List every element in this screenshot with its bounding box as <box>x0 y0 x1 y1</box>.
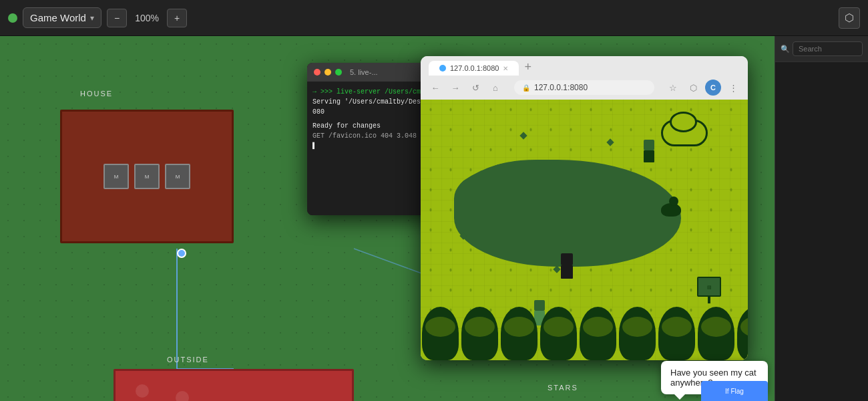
browser-tabs: 127.0.0.1:8080 ✕ + <box>421 56 748 76</box>
address-bar[interactable]: 🔒 127.0.0.1:8080 <box>514 80 654 95</box>
terminal-minimize-dot[interactable] <box>324 69 331 76</box>
status-dot <box>8 13 17 23</box>
main-area: HOUSE M M M OUTSIDE 🐱 STARS <box>0 36 868 401</box>
tree-1 <box>422 307 459 360</box>
toolbar: Game World ▾ − 100% + ⬡ <box>0 0 868 36</box>
more-options-button[interactable]: ⋮ <box>725 80 741 96</box>
new-tab-button[interactable]: + <box>521 60 534 74</box>
outside-label: OUTSIDE <box>167 356 209 364</box>
terminal-close-dot[interactable] <box>314 69 320 76</box>
tree-8 <box>698 307 734 360</box>
house-frame[interactable]: M M M <box>60 110 234 243</box>
terminal-fullscreen-dot[interactable] <box>335 69 342 76</box>
outside-interior: 🐱 <box>116 371 352 401</box>
tree-7 <box>658 307 695 360</box>
outside-frame[interactable]: 🐱 <box>114 369 354 401</box>
browser-toolbar: ← → ↺ ⌂ 🔒 127.0.0.1:8080 ☆ ⬡ C ⋮ <box>421 76 748 100</box>
flag-element[interactable]: If Flag <box>701 381 768 401</box>
tree-2 <box>461 307 498 360</box>
search-bar: 🔍 <box>775 36 868 62</box>
house-item-3: M <box>165 164 190 189</box>
game-canvas: ▤ <box>421 100 748 360</box>
house-item-1: M <box>103 164 129 189</box>
character-npc <box>561 253 573 279</box>
house-item-2: M <box>134 164 160 189</box>
cloud-sprite <box>661 120 708 146</box>
toolbar-right: ⬡ <box>839 7 860 29</box>
outside-detail-2 <box>176 391 189 401</box>
back-button[interactable]: ← <box>427 80 443 96</box>
character-1 <box>644 140 654 162</box>
tree-6 <box>619 307 656 360</box>
browser-content: ▤ <box>421 100 748 360</box>
chevron-down-icon: ▾ <box>90 13 94 23</box>
right-panel: 🔍 <box>775 36 868 401</box>
trees-row <box>421 300 748 360</box>
outside-detail-1 <box>136 384 149 398</box>
user-profile-button[interactable]: C <box>705 80 721 96</box>
forward-button[interactable]: → <box>447 80 463 96</box>
signpost-sprite: ▤ <box>697 277 721 297</box>
zoom-level: 100% <box>132 13 162 23</box>
stars-label: STARS <box>548 384 578 392</box>
connector-dot <box>177 249 186 258</box>
bookmark-button[interactable]: ☆ <box>665 80 681 96</box>
browser-window[interactable]: 127.0.0.1:8080 ✕ + ← → ↺ ⌂ 🔒 127.0.0.1:8… <box>421 56 748 360</box>
tab-close-icon[interactable]: ✕ <box>503 65 508 72</box>
duck-sprite <box>661 203 681 217</box>
url-text: 127.0.0.1:8080 <box>534 83 588 92</box>
zoom-in-button[interactable]: + <box>167 9 187 27</box>
home-button[interactable]: ⌂ <box>487 80 503 96</box>
world-dropdown[interactable]: Game World ▾ <box>23 7 101 28</box>
tree-9 <box>737 307 748 360</box>
export-icon[interactable]: ⬡ <box>839 7 860 29</box>
search-input[interactable] <box>793 41 863 56</box>
extensions-button[interactable]: ⬡ <box>685 80 701 96</box>
tree-3 <box>501 307 537 360</box>
tab-favicon <box>439 65 446 72</box>
tree-5 <box>580 307 616 360</box>
tree-4 <box>540 307 577 360</box>
flag-label: If Flag <box>725 388 744 395</box>
lock-icon: 🔒 <box>522 84 530 92</box>
reload-button[interactable]: ↺ <box>467 80 483 96</box>
house-interior: M M M <box>62 112 232 241</box>
zoom-out-button[interactable]: − <box>107 9 127 27</box>
search-icon: 🔍 <box>781 45 790 53</box>
house-label: HOUSE <box>80 90 113 98</box>
tab-title: 127.0.0.1:8080 <box>450 64 499 72</box>
world-name: Game World <box>30 12 86 23</box>
terminal-title: 5. live-... <box>350 68 378 76</box>
browser-tab-active[interactable]: 127.0.0.1:8080 ✕ <box>429 61 519 76</box>
